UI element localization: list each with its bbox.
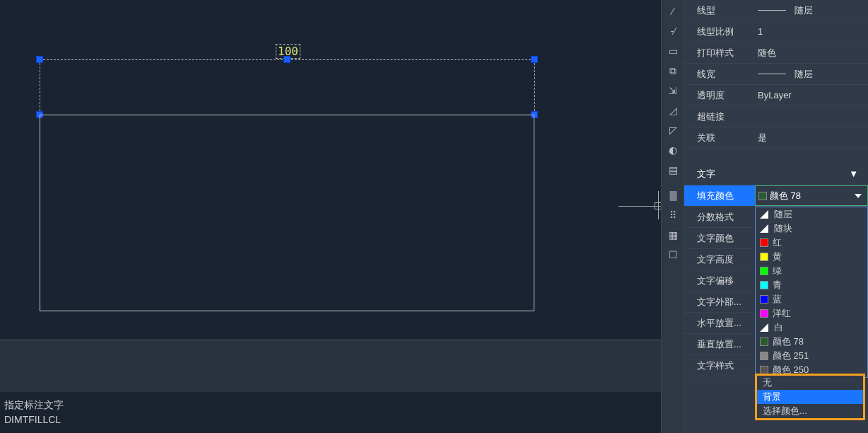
copy-tool-icon[interactable]: ⧉ xyxy=(663,62,683,80)
property-label: 文字外部... xyxy=(684,296,755,308)
dropdown-arrow-icon xyxy=(855,194,862,198)
property-label: 关联 xyxy=(684,132,755,144)
palette-icon-2[interactable]: ⠿ xyxy=(663,206,683,224)
grip-handle[interactable] xyxy=(531,56,538,63)
circle-tool-icon[interactable]: ◐ xyxy=(663,141,683,159)
property-value[interactable]: ByLayer xyxy=(755,90,868,100)
property-label: 文字样式 xyxy=(684,359,755,372)
fill-color-row[interactable]: 填充颜色 颜色 78 xyxy=(684,185,868,207)
line-tool-icon[interactable]: ∕ xyxy=(663,2,683,21)
color-swatch-icon xyxy=(760,253,768,261)
property-label: 线型比例 xyxy=(684,25,755,38)
dashed-line-tool-icon[interactable]: -∕ xyxy=(663,22,683,40)
property-label: 文字颜色 xyxy=(684,232,755,245)
trim-tool-icon[interactable]: ◸ xyxy=(663,121,683,139)
color-swatch-icon xyxy=(760,224,768,233)
property-row[interactable]: 打印样式随色 xyxy=(684,42,868,64)
line-sample-icon xyxy=(758,74,786,74)
color-swatch-icon xyxy=(758,192,767,200)
palette-icon-1[interactable]: 🀫 xyxy=(663,186,683,204)
property-row[interactable]: 线宽随层 xyxy=(684,64,868,85)
property-label: 超链接 xyxy=(684,110,755,123)
drawing-canvas[interactable]: 100 xyxy=(0,0,661,340)
color-option[interactable]: 随块 xyxy=(756,221,867,236)
palette-icon-4[interactable]: ☐ xyxy=(663,246,683,264)
property-value[interactable]: 随层 xyxy=(755,4,868,17)
color-option[interactable]: 颜色 251 xyxy=(756,349,867,363)
property-row[interactable]: 线型比例1 xyxy=(684,21,868,42)
fill-color-label: 填充颜色 xyxy=(684,190,755,202)
text-section-header[interactable]: 文字 ▼ xyxy=(684,163,868,185)
color-option[interactable]: 青 xyxy=(756,278,867,292)
property-row[interactable]: 线型随层 xyxy=(684,0,868,21)
color-option[interactable]: 随层 xyxy=(756,207,867,221)
color-option[interactable]: 黄 xyxy=(756,250,867,264)
property-value[interactable]: 是 xyxy=(755,132,868,144)
rect-tool-icon[interactable]: ▭ xyxy=(663,42,683,60)
fill-option[interactable]: 背景 xyxy=(757,390,863,404)
color-option[interactable]: 白 xyxy=(756,321,867,335)
property-row[interactable]: 关联是 xyxy=(684,127,868,149)
color-swatch-icon xyxy=(760,352,768,360)
color-option[interactable]: 红 xyxy=(756,236,867,250)
color-swatch-icon xyxy=(760,295,768,304)
vertical-toolbar: ∕ -∕ ▭ ⧉ ⇲ ◿ ◸ ◐ ▤ 🀫 ⠿ ▦ ☐ xyxy=(661,0,684,433)
fill-type-popup[interactable]: 无背景选择颜色... xyxy=(755,374,865,420)
grip-handle[interactable] xyxy=(36,56,43,63)
color-option[interactable]: 颜色 78 xyxy=(756,335,867,349)
color-option[interactable]: 洋红 xyxy=(756,306,867,321)
color-dropdown[interactable]: 随层随块红黄绿青蓝洋红白颜色 78颜色 251颜色 250 xyxy=(755,207,868,378)
color-swatch-icon xyxy=(760,309,768,318)
color-swatch-icon xyxy=(760,267,768,275)
command-area[interactable]: 指定标注文字 DIMTFILLCL xyxy=(0,340,686,433)
color-swatch-icon xyxy=(760,210,768,219)
property-row[interactable]: 超链接 xyxy=(684,106,868,127)
section-title: 文字 xyxy=(697,168,715,180)
property-row[interactable]: 透明度ByLayer xyxy=(684,85,868,106)
property-label: 水平放置... xyxy=(684,317,755,330)
line-sample-icon xyxy=(758,10,786,11)
dimension-extension-left xyxy=(40,59,40,115)
property-value[interactable]: 1 xyxy=(755,26,868,37)
command-history-line: 指定标注文字 xyxy=(4,398,681,412)
property-label: 文字偏移 xyxy=(684,275,755,287)
color-swatch-icon xyxy=(760,238,768,247)
color-swatch-icon xyxy=(760,281,768,289)
command-line[interactable]: 指定标注文字 DIMTFILLCL xyxy=(0,392,686,433)
layer-tool-icon[interactable]: ▤ xyxy=(663,161,683,179)
property-label: 打印样式 xyxy=(684,47,755,59)
property-label: 透明度 xyxy=(684,89,755,102)
property-label: 线型 xyxy=(684,4,755,17)
fill-color-value[interactable]: 颜色 78 xyxy=(755,185,868,206)
property-value[interactable]: 随色 xyxy=(755,47,868,59)
color-option[interactable]: 绿 xyxy=(756,264,867,278)
command-input-line: DIMTFILLCL xyxy=(4,412,681,427)
property-label: 线宽 xyxy=(684,68,755,81)
property-label: 文字高度 xyxy=(684,253,755,266)
fill-option[interactable]: 无 xyxy=(757,376,863,390)
collapse-icon[interactable]: ▼ xyxy=(849,168,858,179)
color-swatch-icon xyxy=(760,337,768,346)
offset-tool-icon[interactable]: ◿ xyxy=(663,101,683,120)
drawing-rectangle[interactable] xyxy=(40,115,534,311)
property-label: 分数格式 xyxy=(684,211,755,224)
fill-option[interactable]: 选择颜色... xyxy=(757,404,863,418)
color-option[interactable]: 蓝 xyxy=(756,292,867,306)
property-value[interactable]: 随层 xyxy=(755,68,868,81)
dimension-extension-right xyxy=(534,59,535,115)
palette-icon-3[interactable]: ▦ xyxy=(663,226,683,244)
mirror-tool-icon[interactable]: ⇲ xyxy=(663,81,683,100)
property-label: 垂直放置... xyxy=(684,338,755,351)
color-swatch-icon xyxy=(760,323,768,332)
grip-handle[interactable] xyxy=(283,56,291,63)
